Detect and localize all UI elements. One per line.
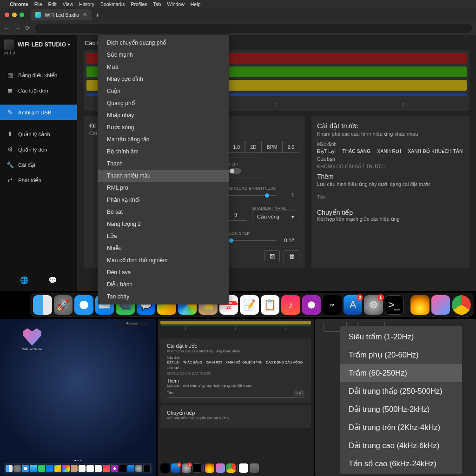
dropdown-item[interactable]: Tan chảy <box>98 291 229 303</box>
dock-terminal-icon[interactable] <box>192 463 202 473</box>
dock-reminders-icon[interactable] <box>95 465 102 472</box>
dropdown-item[interactable]: Mưa <box>98 61 229 73</box>
tab-close-icon[interactable]: ✕ <box>83 12 87 18</box>
freq-item[interactable]: Dải trung cao (4kHz-6kHz) <box>340 436 462 455</box>
dock-music-icon[interactable] <box>103 465 110 472</box>
freq-item[interactable]: Dải trung trên (2Khz-4kHz) <box>340 418 462 436</box>
dropdown-item[interactable]: Cuộn <box>98 85 229 97</box>
dropdown-item[interactable]: Bước sóng <box>98 121 229 133</box>
dock-podcasts-icon[interactable] <box>111 465 118 472</box>
dock-settings-icon[interactable]: 1 <box>182 463 191 473</box>
dropdown-item[interactable]: Năng lượng 2 <box>98 218 229 230</box>
chat-icon[interactable]: 💬 <box>48 276 57 284</box>
dock-launchpad-icon[interactable] <box>13 465 20 472</box>
dropdown-item[interactable]: Màu cố định thử nghiệm <box>98 254 229 266</box>
dropdown-item[interactable]: Đèn Lava <box>98 266 229 278</box>
globe-icon[interactable]: 🌐 <box>20 276 29 284</box>
dropdown-item[interactable]: Bộ chính âm <box>98 145 229 158</box>
pin-icon[interactable]: ⇪ <box>274 102 278 108</box>
dock-tv-icon[interactable] <box>160 463 170 473</box>
app-icon-wifiled[interactable] <box>20 327 44 348</box>
gradient-select[interactable]: Cầu vòng ▾ <box>252 211 299 223</box>
brand-caret-icon[interactable]: ▾ <box>68 42 70 47</box>
dock-calendar-icon[interactable] <box>79 465 86 472</box>
dock-tv-icon[interactable]: tv <box>323 295 342 315</box>
menu-history[interactable]: History <box>79 1 94 7</box>
dropdown-item[interactable]: Quang phổ <box>98 97 229 109</box>
flip-toggle[interactable] <box>229 168 241 174</box>
chip-2d[interactable]: 2D <box>245 141 261 153</box>
dock-settings-icon[interactable]: ⚙1 <box>364 295 383 315</box>
dock-reminders-icon[interactable]: 📋 <box>261 295 280 315</box>
freq-item[interactable]: Dải trung thấp (250-500Hz) <box>340 382 462 400</box>
nav-back-icon[interactable]: ← <box>4 25 10 32</box>
dock-document-icon[interactable] <box>239 463 248 473</box>
dropdown-item[interactable]: Nhiễu <box>98 242 229 254</box>
dock-safari-icon[interactable] <box>74 295 93 315</box>
address-bar-input[interactable] <box>35 24 472 33</box>
dock-appstore-icon[interactable]: 2 <box>171 463 180 473</box>
dropdown-item[interactable]: Lửa <box>98 230 229 242</box>
randomize-button[interactable]: ⚄ <box>264 250 280 262</box>
sidebar-item-scenes[interactable]: ⬇Quản lý cảnh <box>0 126 77 142</box>
dropdown-item[interactable]: Nhấp nháy <box>98 109 229 121</box>
preset-chip[interactable]: XANH RƠI <box>206 361 222 364</box>
dock-appstore-icon[interactable]: A2 <box>344 295 363 315</box>
dock-contacts-icon[interactable] <box>71 465 78 472</box>
preset-diffuse[interactable]: XANH ĐỎ KHUẾCH TÁN <box>408 149 463 154</box>
preset-chip[interactable]: THÁC SÁNG <box>183 361 202 364</box>
save-button[interactable]: LƯ <box>294 390 304 396</box>
window-close-icon[interactable] <box>5 13 9 17</box>
dock-mail-icon[interactable] <box>30 465 37 472</box>
dock-wifiled-icon[interactable] <box>431 295 450 315</box>
sidebar-item-lights[interactable]: ⚙Quản lý đèn <box>0 142 77 157</box>
dock-appstore-icon[interactable] <box>127 465 134 472</box>
dropdown-item[interactable]: Ma trận băng tần <box>98 133 229 145</box>
dock-terminal-icon[interactable] <box>143 465 151 472</box>
nav-reload-icon[interactable]: ⟳ <box>25 25 30 32</box>
bg-brightness-slider[interactable] <box>229 195 277 196</box>
menu-tab[interactable]: Tab <box>153 1 161 7</box>
preset-chip[interactable]: DAO ĐỘNG CẦU VỒNG <box>266 361 303 364</box>
preset-chip[interactable]: XANH ĐỎ KHUẾCH TÁN <box>225 361 262 364</box>
menu-profiles[interactable]: Profiles <box>131 1 147 7</box>
freq-item[interactable]: Dải trung (500Hz-2kHz) <box>340 400 462 418</box>
dock-facetime-icon[interactable] <box>38 465 45 472</box>
delete-button[interactable]: 🗑 <box>284 250 299 262</box>
preset-waterfall[interactable]: THÁC SÁNG <box>342 149 370 154</box>
pin-icon[interactable]: ⇪ <box>184 327 187 331</box>
preset-greenfall[interactable]: XANH RƠI <box>377 149 401 154</box>
menubar-app[interactable]: Chrome <box>10 1 28 7</box>
new-tab-button[interactable]: + <box>95 11 99 19</box>
sidebar-item-amblight[interactable]: ✎Amblight USB <box>0 105 77 120</box>
dock-terminal-icon[interactable]: >_ <box>385 295 404 315</box>
chip-bpm[interactable]: BPM <box>262 141 283 153</box>
dock-tv-icon[interactable] <box>119 465 126 472</box>
preset-reset[interactable]: ĐẶT LẠI <box>317 149 336 154</box>
dock-chrome-icon[interactable] <box>452 295 471 315</box>
dropdown-item[interactable]: Thanh <box>98 158 229 170</box>
dock-wifiled-icon[interactable] <box>216 463 225 473</box>
menu-bookmarks[interactable]: Bookmarks <box>100 1 125 7</box>
menu-file[interactable]: File <box>34 1 42 7</box>
window-maximize-icon[interactable] <box>20 13 24 17</box>
dock-notes-icon[interactable] <box>86 465 93 472</box>
sidebar-item-settings[interactable]: 🔧Cài đặt <box>0 157 77 172</box>
freq-item-selected[interactable]: Trầm (60-250Hz) <box>340 364 462 382</box>
dropdown-item[interactable]: Sức mạnh <box>98 49 229 61</box>
menu-window[interactable]: Window <box>167 1 184 7</box>
dock-safari-icon[interactable] <box>22 465 29 472</box>
name-field[interactable]: Tên <box>167 390 173 396</box>
dock-fire-icon[interactable] <box>205 463 214 473</box>
freq-item[interactable]: Trầm phụ (20-60Hz) <box>340 346 462 364</box>
dropdown-item-selected[interactable]: Thanh nhiều màu <box>98 170 229 182</box>
browser-tab[interactable]: WiFi Led Studio ✕ <box>31 9 92 20</box>
freq-item[interactable]: Tần số cao (6kHz-24kHz) <box>340 455 462 473</box>
dock-notes-icon[interactable]: 📝 <box>240 295 259 315</box>
dropdown-item[interactable]: Phản xạ khối <box>98 194 229 206</box>
sidebar-item-develop[interactable]: ⇄Phát triển <box>0 172 77 188</box>
freq-item[interactable]: Siêu trầm (1-20Hz) <box>340 328 462 346</box>
dock-music-icon[interactable]: ♪ <box>281 295 300 315</box>
dock-settings-icon[interactable] <box>135 465 142 472</box>
dropdown-item[interactable]: Dịch chuyển quang phổ <box>98 37 229 49</box>
